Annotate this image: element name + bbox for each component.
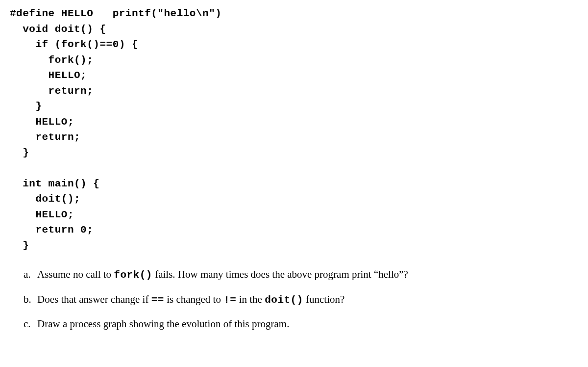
code-line: doit(); bbox=[10, 193, 80, 205]
code-line: if (fork()==0) { bbox=[10, 39, 138, 50]
code-line: return; bbox=[10, 85, 93, 97]
text-run: in the bbox=[236, 293, 265, 305]
question-text: Does that answer change if == is changed… bbox=[37, 292, 578, 308]
code-block: #define HELLO printf("hello\n") void doi… bbox=[10, 6, 578, 253]
question-label: b. bbox=[24, 292, 37, 308]
code-line: HELLO; bbox=[10, 116, 74, 128]
questions-list: a. Assume no call to fork() fails. How m… bbox=[10, 267, 578, 332]
inline-code: fork() bbox=[114, 269, 152, 281]
question-text: Draw a process graph showing the evoluti… bbox=[37, 316, 578, 332]
code-line: return; bbox=[10, 131, 80, 143]
code-line: } bbox=[10, 147, 29, 158]
code-line: #define HELLO printf("hello\n") bbox=[10, 8, 221, 19]
inline-code: != bbox=[223, 294, 236, 306]
inline-code: doit() bbox=[265, 294, 303, 306]
text-run: Assume no call to bbox=[37, 268, 114, 280]
question-label: c. bbox=[24, 316, 37, 332]
code-line: return 0; bbox=[10, 224, 93, 236]
code-line: void doit() { bbox=[10, 24, 106, 35]
code-line: fork(); bbox=[10, 54, 93, 66]
text-run: Does that answer change if bbox=[37, 293, 151, 305]
code-line: int main() { bbox=[10, 178, 99, 189]
text-run: fails. How many times does the above pro… bbox=[152, 268, 408, 280]
code-line: } bbox=[10, 101, 42, 112]
inline-code: == bbox=[151, 294, 164, 306]
question-c: c. Draw a process graph showing the evol… bbox=[24, 316, 578, 332]
code-line: } bbox=[10, 240, 29, 251]
question-text: Assume no call to fork() fails. How many… bbox=[37, 267, 578, 283]
question-a: a. Assume no call to fork() fails. How m… bbox=[24, 267, 578, 283]
code-line: HELLO; bbox=[10, 209, 74, 220]
question-label: a. bbox=[24, 267, 37, 283]
code-line: HELLO; bbox=[10, 70, 87, 81]
text-run: is changed to bbox=[164, 293, 223, 305]
question-b: b. Does that answer change if == is chan… bbox=[24, 292, 578, 308]
text-run: function? bbox=[303, 293, 345, 305]
